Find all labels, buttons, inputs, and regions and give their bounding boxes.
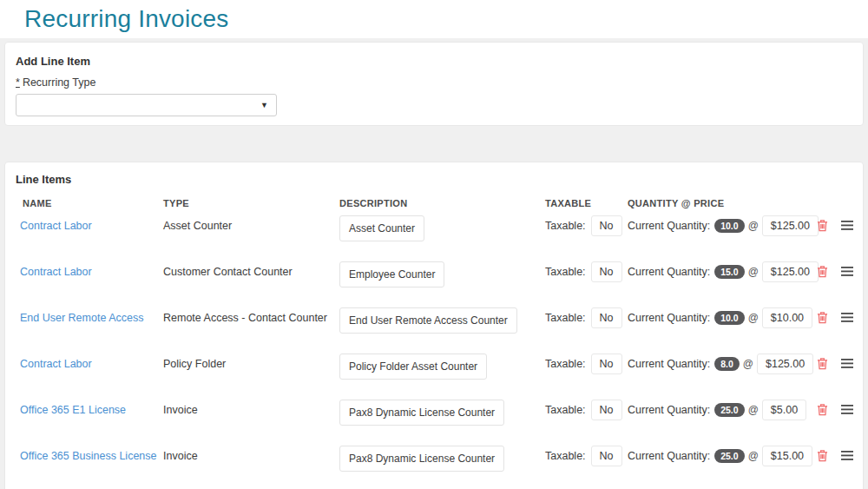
item-type-cell: Remote Access - Contact Counter <box>163 306 339 324</box>
quantity-badge: 10.0 <box>714 311 744 325</box>
quantity-badge: 10.0 <box>714 219 744 233</box>
table-row: Contract Labor Asset Counter Asset Count… <box>5 214 863 254</box>
delete-row-button[interactable] <box>817 403 828 416</box>
item-name-link[interactable]: Contract Labor <box>20 358 92 370</box>
row-menu-button[interactable] <box>841 221 853 230</box>
row-menu-button[interactable] <box>841 313 853 322</box>
table-row: Contract Labor Customer Contact Counter … <box>5 260 863 301</box>
trash-icon <box>817 357 828 370</box>
description-box[interactable]: Employee Counter <box>339 261 444 287</box>
item-name-link[interactable]: End User Remote Access <box>20 312 143 324</box>
item-quantity-price-cell: Current Quantity: 10.0 @ $10.00 <box>628 306 817 328</box>
at-symbol: @ <box>748 266 759 278</box>
item-taxable-cell: Taxable: No <box>545 444 628 466</box>
at-symbol: @ <box>748 312 759 324</box>
taxable-value-box[interactable]: No <box>591 215 622 236</box>
item-taxable-cell: Taxable: No <box>545 398 628 420</box>
item-description-cell: Employee Counter <box>339 260 545 287</box>
row-menu-button[interactable] <box>841 267 853 276</box>
chevron-down-icon: ▼ <box>260 101 268 109</box>
hamburger-menu-icon <box>841 359 853 368</box>
page-title: Recurring Invoices <box>24 5 228 33</box>
delete-row-button[interactable] <box>817 311 828 324</box>
hamburger-menu-icon <box>841 221 853 230</box>
item-description-cell: Pax8 Dynamic License Counter <box>339 444 545 472</box>
taxable-value-box[interactable]: No <box>591 261 622 282</box>
hamburger-menu-icon <box>841 405 853 414</box>
taxable-value-box[interactable]: No <box>591 446 622 466</box>
row-menu-button[interactable] <box>841 451 853 460</box>
taxable-value-box[interactable]: No <box>591 354 622 374</box>
taxable-label: Taxable: <box>545 404 586 416</box>
recurring-type-label-text: Recurring Type <box>23 76 96 89</box>
price-value-box[interactable]: $15.00 <box>762 446 812 466</box>
item-name-cell: Contract Labor <box>20 352 163 370</box>
taxable-label: Taxable: <box>545 358 586 370</box>
description-box[interactable]: Pax8 Dynamic License Counter <box>339 400 504 426</box>
row-menu-button[interactable] <box>841 359 853 368</box>
item-description-cell: End User Remote Access Counter <box>339 306 545 334</box>
description-box[interactable]: End User Remote Access Counter <box>339 307 517 334</box>
price-value-box[interactable]: $125.00 <box>762 215 819 236</box>
item-name-link[interactable]: Office 365 Business License <box>20 450 157 462</box>
trash-icon <box>817 403 828 416</box>
delete-row-button[interactable] <box>817 219 828 232</box>
item-quantity-price-cell: Current Quantity: 25.0 @ $5.00 <box>628 398 817 420</box>
delete-row-button[interactable] <box>817 357 828 370</box>
item-name-cell: Contract Labor <box>20 260 163 278</box>
description-box[interactable]: Asset Counter <box>339 215 424 241</box>
item-description-cell: Policy Folder Asset Counter <box>339 352 545 380</box>
table-row: End User Remote Access Remote Access - C… <box>5 306 863 347</box>
delete-row-button[interactable] <box>817 449 828 462</box>
current-quantity-label: Current Quantity: <box>628 404 710 416</box>
taxable-value-box[interactable]: No <box>591 307 622 328</box>
item-taxable-cell: Taxable: No <box>545 352 628 374</box>
row-actions <box>817 214 867 232</box>
description-box[interactable]: Pax8 Dynamic License Counter <box>339 446 504 472</box>
taxable-label: Taxable: <box>545 266 586 278</box>
recurring-type-label: *Recurring Type <box>16 76 852 89</box>
item-name-link[interactable]: Contract Labor <box>20 266 92 278</box>
current-quantity-label: Current Quantity: <box>628 266 710 278</box>
row-actions <box>817 444 867 462</box>
item-name-cell: Office 365 Business License <box>20 444 163 462</box>
item-quantity-price-cell: Current Quantity: 25.0 @ $15.00 <box>628 444 817 466</box>
item-type-cell: Invoice <box>163 444 339 462</box>
price-value-box[interactable]: $125.00 <box>757 354 813 374</box>
hamburger-menu-icon <box>841 451 853 460</box>
price-value-box[interactable]: $5.00 <box>762 400 806 420</box>
at-symbol: @ <box>748 220 759 232</box>
recurring-type-selected-value <box>16 99 23 111</box>
row-actions <box>817 352 867 370</box>
recurring-type-select[interactable]: ▼ <box>16 94 277 116</box>
taxable-label: Taxable: <box>545 450 586 462</box>
table-row: Office 365 E1 License Invoice Pax8 Dynam… <box>5 398 863 439</box>
trash-icon <box>817 219 828 232</box>
column-header-quantity-price: QUANTITY @ PRICE <box>628 198 817 208</box>
taxable-value-box[interactable]: No <box>591 400 622 420</box>
trash-icon <box>817 265 828 278</box>
description-box[interactable]: Policy Folder Asset Counter <box>339 354 487 380</box>
add-line-item-card: Add Line Item *Recurring Type ▼ <box>4 42 864 126</box>
table-row: Contract Labor Policy Folder Policy Fold… <box>5 352 863 393</box>
item-quantity-price-cell: Current Quantity: 8.0 @ $125.00 <box>628 352 817 374</box>
delete-row-button[interactable] <box>817 265 828 278</box>
item-quantity-price-cell: Current Quantity: 15.0 @ $125.00 <box>628 260 817 282</box>
column-header-type: TYPE <box>163 198 339 208</box>
item-quantity-price-cell: Current Quantity: 10.0 @ $125.00 <box>628 214 817 236</box>
item-name-cell: Contract Labor <box>20 214 163 232</box>
row-menu-button[interactable] <box>841 405 853 414</box>
item-name-link[interactable]: Office 365 E1 License <box>20 404 126 416</box>
price-value-box[interactable]: $10.00 <box>762 307 812 328</box>
quantity-badge: 25.0 <box>714 449 744 463</box>
item-name-cell: Office 365 E1 License <box>20 398 163 416</box>
item-taxable-cell: Taxable: No <box>545 306 628 328</box>
required-asterisk: * <box>16 76 20 89</box>
trash-icon <box>817 311 828 324</box>
item-type-cell: Asset Counter <box>163 214 339 232</box>
column-header-taxable: TAXABLE <box>545 198 628 208</box>
item-name-link[interactable]: Contract Labor <box>20 220 92 232</box>
trash-icon <box>817 449 828 462</box>
table-body: Contract Labor Asset Counter Asset Count… <box>5 214 863 485</box>
price-value-box[interactable]: $125.00 <box>762 261 819 282</box>
